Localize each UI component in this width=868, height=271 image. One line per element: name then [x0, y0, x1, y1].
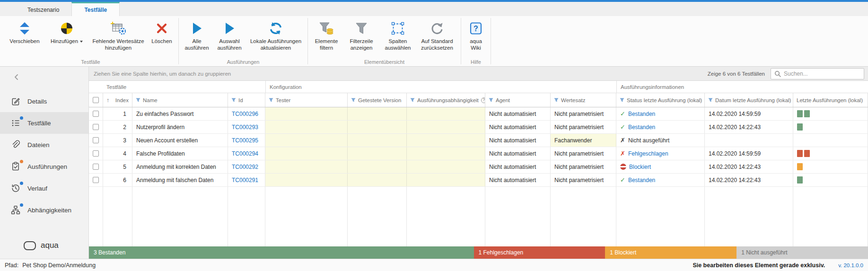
- filter-icon: [410, 98, 415, 102]
- status-text[interactable]: Bestanden: [628, 111, 655, 117]
- sidebar-item-testfaelle[interactable]: Testfälle: [0, 112, 88, 134]
- datum-cell: 14.02.2020 14:22:43: [705, 174, 793, 186]
- column-header-tester[interactable]: Tester: [265, 93, 348, 107]
- history-square[interactable]: [797, 110, 803, 117]
- search-box[interactable]: [771, 68, 864, 79]
- column-header-wertesatz[interactable]: Wertesatz: [551, 93, 616, 107]
- column-header-letzte-ausfuehrungen[interactable]: Letzte Ausführungen (lokal): [793, 93, 868, 107]
- tab-testfaelle[interactable]: Testfälle: [71, 2, 120, 16]
- tester-cell: [265, 147, 348, 160]
- sidebar-collapse-button[interactable]: [0, 69, 88, 86]
- hinzufuegen-button[interactable]: Hinzufügen: [45, 19, 88, 47]
- table-row[interactable]: 4Falsche ProfildatenTC000294Nicht automa…: [89, 147, 868, 160]
- select-all-checkbox[interactable]: [93, 97, 99, 103]
- table-row[interactable]: 2Nutzerprofil ändernTC000293Nicht automa…: [89, 121, 868, 134]
- history-square[interactable]: [797, 176, 803, 184]
- elemente-filtern-button[interactable]: Elemente filtern: [311, 19, 342, 53]
- sidebar-item-ausfuehrungen[interactable]: Ausführungen: [0, 156, 88, 177]
- status-passed-icon: ✓: [620, 176, 625, 184]
- table-row[interactable]: 3Neuen Account erstellenTC000295Nicht au…: [89, 134, 868, 147]
- tab-testszenario[interactable]: Testszenario: [15, 2, 71, 16]
- filter-icon: [351, 98, 356, 102]
- testcase-id-link[interactable]: TC000292: [232, 164, 258, 170]
- hierarchy-icon: [10, 205, 21, 215]
- tester-cell: [265, 160, 348, 173]
- aqua-wiki-button[interactable]: ? aqua Wiki: [464, 19, 488, 53]
- column-header-getestete-version[interactable]: Getestete Version: [348, 93, 407, 107]
- datum-cell: 14.02.2020 14:22:43: [705, 121, 793, 133]
- name-cell: Nutzerprofil ändern: [132, 121, 228, 133]
- id-cell: TC000293: [228, 121, 265, 133]
- table-row[interactable]: 6Anmeldung mit falschen DatenTC000291Nic…: [89, 174, 868, 187]
- auf-standard-zuruecksetzen-button[interactable]: Auf Standard zurücksetzen: [416, 19, 458, 53]
- filterzeile-anzeigen-button[interactable]: Filterzeile anzeigen: [343, 19, 379, 53]
- column-header-ausfuehrungsabhaengigkeit[interactable]: Ausführungsabhängigkeit ?: [407, 93, 485, 107]
- dependency-cell: [407, 147, 485, 160]
- history-square[interactable]: [797, 150, 803, 157]
- column-header-id[interactable]: Id: [228, 93, 265, 107]
- name-cell: Anmeldung mit falschen Daten: [132, 174, 228, 186]
- status-text[interactable]: Bestanden: [628, 124, 655, 131]
- status-cell: ✓Bestanden: [616, 174, 705, 186]
- status-text[interactable]: Fehlgeschlagen: [628, 150, 668, 157]
- sidebar-item-verlauf[interactable]: Verlauf: [0, 177, 88, 199]
- missing-value-sets-icon: [111, 21, 126, 36]
- sidebar-item-details[interactable]: Details: [0, 90, 88, 112]
- column-header-datum-letzte-ausfuehrung[interactable]: Datum letzte Ausführung (lokal): [705, 93, 793, 107]
- testcase-id-link[interactable]: TC000296: [232, 111, 258, 117]
- testcase-id-link[interactable]: TC000293: [232, 124, 258, 131]
- history-square[interactable]: [797, 163, 803, 170]
- search-input[interactable]: [784, 70, 860, 77]
- status-cell: Blockiert: [616, 160, 705, 173]
- row-checkbox[interactable]: [93, 177, 99, 183]
- history-icon: [10, 183, 21, 193]
- table-row[interactable]: 5Anmeldung mit korrekten DatenTC000292Ni…: [89, 160, 868, 174]
- run-selection-play-icon: [223, 21, 236, 36]
- column-header-agent[interactable]: Agent: [485, 93, 551, 107]
- ribbon-group-label: Elementübersicht: [364, 57, 404, 66]
- row-checkbox[interactable]: [93, 150, 99, 157]
- lokale-ausfuehrungen-aktualisieren-button[interactable]: Lokale Ausführungen aktualisieren: [247, 19, 305, 53]
- column-header-name[interactable]: Name: [132, 93, 228, 107]
- filter-icon: [620, 98, 624, 102]
- auswahl-ausfuehren-button[interactable]: Auswahl ausführen: [213, 19, 245, 53]
- loeschen-button[interactable]: Löschen: [148, 19, 175, 47]
- history-square[interactable]: [804, 110, 810, 117]
- verschieben-button[interactable]: Verschieben: [6, 19, 44, 47]
- ribbon-separator: [491, 18, 491, 64]
- alle-ausfuehren-button[interactable]: Alle ausführen: [182, 19, 212, 53]
- status-text[interactable]: Blockiert: [629, 164, 651, 170]
- row-checkbox[interactable]: [93, 164, 99, 170]
- column-header-index[interactable]: ↑ Index: [103, 93, 132, 107]
- testcase-id-link[interactable]: TC000294: [232, 150, 258, 157]
- history-square[interactable]: [804, 150, 810, 157]
- execution-status-bar: 3 Bestanden 1 Fehlgeschlagen 1 Blockiert…: [89, 246, 868, 259]
- fehlende-wertesaetze-button[interactable]: Fehlende Wertesätze hinzufügen: [90, 19, 147, 53]
- dependency-cell: [407, 121, 485, 133]
- version-cell: [348, 160, 407, 173]
- sidebar-item-dateien[interactable]: Dateien: [0, 134, 88, 156]
- column-group-testfaelle: Testfälle: [89, 81, 265, 93]
- datum-cell: 14.02.2020 14:59:59: [705, 107, 793, 120]
- dependency-cell: [407, 160, 485, 173]
- history-cell: [793, 147, 868, 160]
- testcase-id-link[interactable]: TC000291: [232, 177, 258, 184]
- table-row[interactable]: 1Zu einfaches PasswortTC000296Nicht auto…: [89, 107, 868, 121]
- testcase-id-link[interactable]: TC000295: [232, 137, 258, 144]
- row-checkbox[interactable]: [93, 137, 99, 143]
- history-square[interactable]: [797, 123, 803, 131]
- sidebar-item-abhaengigkeiten[interactable]: Abhängigkeiten: [0, 199, 88, 221]
- row-select-cell: [89, 174, 103, 186]
- spalten-auswaehlen-button[interactable]: Spalten auswählen: [381, 19, 415, 53]
- agent-cell: Nicht automatisiert: [485, 134, 551, 147]
- status-segment-bestanden: 3 Bestanden: [89, 246, 474, 259]
- history-cell: [793, 134, 868, 147]
- status-segment-fehlgeschlagen: 1 Fehlgeschlagen: [474, 246, 605, 259]
- name-cell: Anmeldung mit korrekten Daten: [132, 160, 228, 173]
- column-header-status-letzte-ausfuehrung[interactable]: Status letzte Ausführung (lokal): [616, 93, 705, 107]
- row-checkbox[interactable]: [93, 124, 99, 130]
- dependency-cell: [407, 134, 485, 147]
- status-text[interactable]: Bestanden: [628, 177, 655, 184]
- row-checkbox[interactable]: [93, 111, 99, 117]
- filter-icon: [231, 98, 236, 102]
